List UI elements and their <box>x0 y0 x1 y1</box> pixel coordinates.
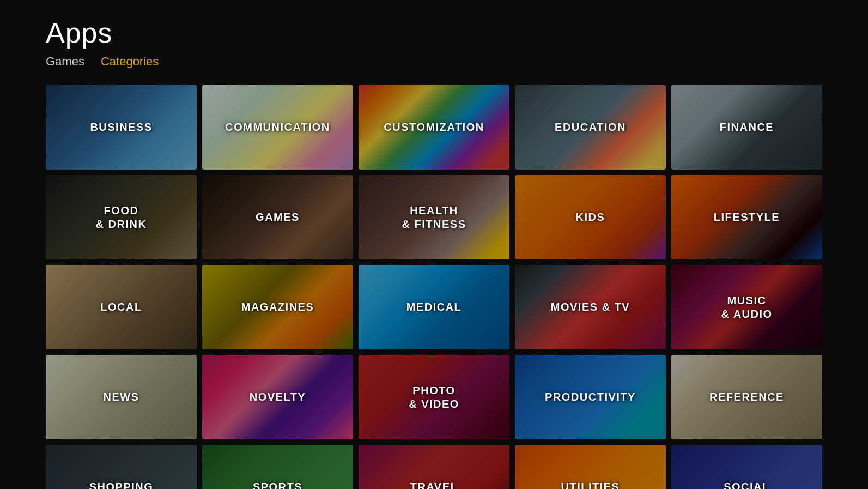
category-tile-lifestyle[interactable]: LIFESTYLE <box>671 175 822 259</box>
top-nav: Games Categories <box>0 55 868 69</box>
tile-label-local: LOCAL <box>100 300 142 314</box>
tile-label-productivity: PRODUCTIVITY <box>545 390 636 404</box>
category-tile-news[interactable]: NEWS <box>46 355 197 439</box>
tile-label-novelty: NOVELTY <box>250 390 306 404</box>
category-tile-finance[interactable]: FINANCE <box>671 85 822 170</box>
tile-label-education: EDUCATION <box>555 120 626 134</box>
tile-label-photo: PHOTO & VIDEO <box>409 384 459 411</box>
category-tile-reference[interactable]: REFERENCE <box>671 355 822 439</box>
category-tile-bottom4[interactable]: UTILITIES <box>515 445 666 489</box>
tile-label-food: FOOD & DRINK <box>96 204 147 231</box>
category-tile-bottom3[interactable]: TRAVEL <box>359 445 509 489</box>
tile-label-business: BUSINESS <box>90 120 152 134</box>
tile-label-bottom3: TRAVEL <box>410 480 458 489</box>
category-tile-medical[interactable]: MEDICAL <box>359 265 509 349</box>
category-tile-customization[interactable]: CUSTOMIZATION <box>359 85 509 170</box>
nav-games[interactable]: Games <box>46 55 84 69</box>
category-tile-health[interactable]: HEALTH & FITNESS <box>359 175 509 259</box>
tile-label-games: GAMES <box>256 210 300 224</box>
tile-label-customization: CUSTOMIZATION <box>384 120 484 134</box>
tile-label-finance: FINANCE <box>720 120 774 134</box>
category-tile-communication[interactable]: COMMUNICATION <box>202 85 353 170</box>
category-tile-bottom5[interactable]: SOCIAL <box>671 445 822 489</box>
category-tile-photo[interactable]: PHOTO & VIDEO <box>359 355 509 439</box>
category-tile-bottom1[interactable]: SHOPPING <box>46 445 197 489</box>
category-tile-movies[interactable]: MOVIES & TV <box>515 265 666 349</box>
tile-label-music: MUSIC & AUDIO <box>721 294 772 321</box>
tile-label-news: NEWS <box>104 390 139 404</box>
tile-label-lifestyle: LIFESTYLE <box>714 210 780 224</box>
tile-label-bottom4: UTILITIES <box>561 480 620 489</box>
tile-label-communication: COMMUNICATION <box>225 120 330 134</box>
category-tile-productivity[interactable]: PRODUCTIVITY <box>515 355 666 439</box>
tile-label-medical: MEDICAL <box>406 300 462 314</box>
category-tile-music[interactable]: MUSIC & AUDIO <box>671 265 822 349</box>
category-tile-education[interactable]: EDUCATION <box>515 85 666 170</box>
categories-grid: BUSINESSCOMMUNICATIONCUSTOMIZATIONEDUCAT… <box>0 85 868 489</box>
page-header: Apps <box>0 0 868 55</box>
category-tile-novelty[interactable]: NOVELTY <box>202 355 353 439</box>
category-tile-magazines[interactable]: MAGAZINES <box>202 265 353 349</box>
category-tile-food[interactable]: FOOD & DRINK <box>46 175 197 259</box>
category-tile-kids[interactable]: KIDS <box>515 175 666 259</box>
category-tile-local[interactable]: LOCAL <box>46 265 197 349</box>
tile-label-magazines: MAGAZINES <box>241 300 314 314</box>
page-title: Apps <box>46 16 868 49</box>
category-tile-games[interactable]: GAMES <box>202 175 353 259</box>
category-tile-bottom2[interactable]: SPORTS <box>202 445 353 489</box>
nav-categories[interactable]: Categories <box>101 55 159 69</box>
tile-label-bottom1: SHOPPING <box>89 480 154 489</box>
category-tile-business[interactable]: BUSINESS <box>46 85 197 170</box>
tile-label-bottom5: SOCIAL <box>724 480 770 489</box>
tile-label-bottom2: SPORTS <box>253 480 302 489</box>
tile-label-kids: KIDS <box>576 210 605 224</box>
tile-label-health: HEALTH & FITNESS <box>402 204 466 231</box>
tile-label-movies: MOVIES & TV <box>551 300 630 314</box>
tile-label-reference: REFERENCE <box>709 390 784 404</box>
